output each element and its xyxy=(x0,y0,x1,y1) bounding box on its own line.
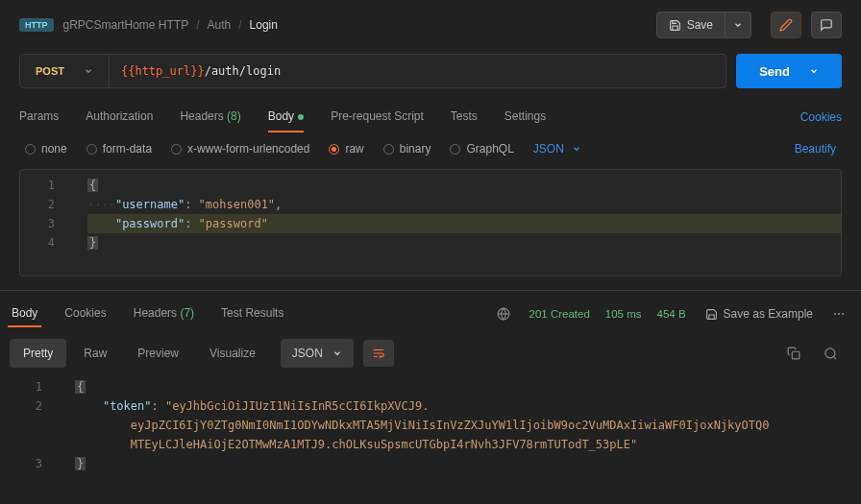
breadcrumb-item[interactable]: gRPCSmartHome HTTP xyxy=(63,18,189,32)
comment-icon xyxy=(820,18,833,32)
cookies-link[interactable]: Cookies xyxy=(800,110,842,124)
view-visualize[interactable]: Visualize xyxy=(196,339,269,368)
comment-button[interactable] xyxy=(811,12,842,38)
svg-point-3 xyxy=(838,313,840,315)
send-button[interactable]: Send xyxy=(736,54,842,88)
breadcrumb-item[interactable]: Auth xyxy=(208,18,232,32)
line-gutter: 12 3 xyxy=(8,377,56,473)
tab-params[interactable]: Params xyxy=(19,102,59,132)
save-as-example-button[interactable]: Save as Example xyxy=(705,307,813,321)
view-raw[interactable]: Raw xyxy=(70,339,120,368)
radio-none[interactable]: none xyxy=(25,142,67,156)
beautify-link[interactable]: Beautify xyxy=(795,142,836,156)
tab-tests[interactable]: Tests xyxy=(451,102,478,132)
radio-urlencoded[interactable]: x-www-form-urlencoded xyxy=(171,142,309,156)
save-dropdown-button[interactable] xyxy=(726,12,751,38)
response-time: 105 ms xyxy=(605,308,642,320)
body-format-dropdown[interactable]: JSON xyxy=(533,142,581,156)
breadcrumb: gRPCSmartHome HTTP / Auth / Login xyxy=(63,18,647,32)
method-label: POST xyxy=(36,65,64,77)
view-preview[interactable]: Preview xyxy=(124,339,192,368)
svg-point-8 xyxy=(825,348,835,357)
svg-rect-7 xyxy=(792,351,800,359)
request-body-editor[interactable]: 1234 { ····"username": "mohsen001", "pas… xyxy=(19,169,842,276)
wrap-lines-button[interactable] xyxy=(363,340,394,367)
svg-point-2 xyxy=(834,313,836,315)
resp-tab-cookies[interactable]: Cookies xyxy=(61,300,110,327)
resp-tab-body[interactable]: Body xyxy=(8,300,41,327)
breadcrumb-sep: / xyxy=(196,18,199,32)
search-icon[interactable] xyxy=(824,347,838,361)
chevron-down-icon xyxy=(809,66,819,76)
url-path: /auth/login xyxy=(205,64,281,78)
request-tabs: Params Authorization Headers (8) Body Pr… xyxy=(0,102,861,132)
copy-icon[interactable] xyxy=(787,347,800,360)
chevron-down-icon xyxy=(332,348,342,358)
radio-form-data[interactable]: form-data xyxy=(86,142,152,156)
resp-tab-headers[interactable]: Headers (7) xyxy=(130,300,198,327)
save-icon xyxy=(669,19,681,32)
dot-indicator xyxy=(298,114,304,120)
save-icon xyxy=(705,308,718,321)
send-label: Send xyxy=(759,64,790,79)
breadcrumb-sep: / xyxy=(238,18,241,32)
response-size: 454 B xyxy=(657,308,686,320)
pencil-icon xyxy=(779,18,793,32)
http-badge: HTTP xyxy=(19,18,54,32)
globe-icon[interactable] xyxy=(497,307,510,321)
chevron-down-icon xyxy=(572,144,581,154)
method-selector[interactable]: POST xyxy=(20,55,110,87)
url-bar: POST {{http_url}}/auth/login xyxy=(19,54,726,88)
radio-graphql[interactable]: GraphQL xyxy=(450,142,513,156)
header-bar: HTTP gRPCSmartHome HTTP / Auth / Login S… xyxy=(0,0,861,50)
response-view-row: Pretty Raw Preview Visualize JSON xyxy=(0,331,861,375)
chevron-down-icon xyxy=(84,66,93,76)
chevron-down-icon xyxy=(733,20,743,30)
radio-binary[interactable]: binary xyxy=(383,142,431,156)
wrap-icon xyxy=(372,347,385,360)
save-button[interactable]: Save xyxy=(656,12,726,38)
url-row: POST {{http_url}}/auth/login Send xyxy=(0,54,861,88)
save-label: Save xyxy=(687,18,713,32)
url-input[interactable]: {{http_url}}/auth/login xyxy=(110,55,726,87)
edit-button[interactable] xyxy=(771,12,801,38)
resp-tab-test-results[interactable]: Test Results xyxy=(217,300,287,327)
response-tabs: Body Cookies Headers (7) Test Results 20… xyxy=(0,290,861,331)
tab-headers[interactable]: Headers (8) xyxy=(180,102,240,132)
line-gutter: 1234 xyxy=(20,176,68,252)
svg-point-4 xyxy=(842,313,844,315)
url-variable: {{http_url}} xyxy=(121,64,205,78)
view-pretty[interactable]: Pretty xyxy=(10,339,66,368)
response-format-dropdown[interactable]: JSON xyxy=(281,339,354,368)
svg-line-9 xyxy=(833,356,836,359)
breadcrumb-item[interactable]: Login xyxy=(250,18,278,32)
response-meta: 201 Created 105 ms 454 B xyxy=(529,308,686,320)
tab-settings[interactable]: Settings xyxy=(504,102,546,132)
tab-prerequest[interactable]: Pre-request Script xyxy=(331,102,424,132)
response-body-editor[interactable]: 12 3 { "token": "eyJhbGciOiJIUzI1NiIsInR… xyxy=(8,375,853,479)
status-code: 201 Created xyxy=(529,308,590,320)
save-button-group: Save xyxy=(656,12,751,38)
radio-raw[interactable]: raw xyxy=(329,142,363,156)
tab-body[interactable]: Body xyxy=(268,102,304,132)
body-type-row: none form-data x-www-form-urlencoded raw… xyxy=(0,132,861,165)
tab-authorization[interactable]: Authorization xyxy=(86,102,153,132)
more-icon[interactable] xyxy=(832,307,846,321)
